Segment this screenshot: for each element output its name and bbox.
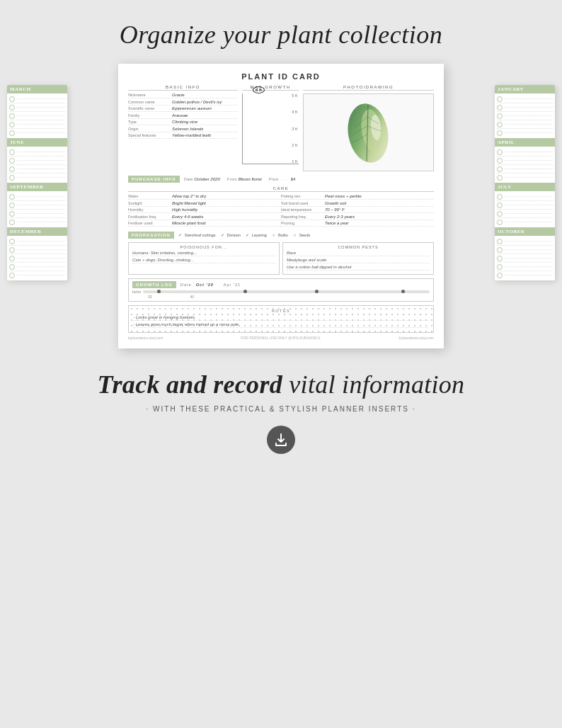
care-right-value-2: 70 – 90° F [325,207,345,212]
basic-info-label-0: Nickname [128,93,172,97]
care-right-row-0: Potting mixPeat moss + perlite [281,194,434,200]
side-row-2-2 [9,210,65,218]
care-right-value-3: Every 2-3 years [325,215,355,219]
notes-title: NOTES [133,309,429,313]
circle-icon-2-0 [497,194,503,200]
purchase-price-field: Price ..... $4 [269,177,296,181]
side-month-0: MARCH [7,85,67,93]
side-row-3-3 [9,263,65,271]
basic-info-label-3: Family [128,113,172,118]
side-row-0-4 [9,129,65,137]
prop-label-1: Division [227,233,241,237]
max-growth-section: MAX GROWTH 6 ft 5 ft 4 ft 3 ft 2 ft 1 ft [242,85,299,171]
side-rows-1 [495,147,555,183]
bottom-heading: Track and record vital information [21,370,541,399]
download-button[interactable] [267,426,295,454]
side-row-0-0 [9,95,65,103]
care-right-label-4: Pruning [281,221,325,225]
care-right-label-3: Repotting freq. [281,215,325,219]
side-month-2: SEPTEMBER [7,183,67,191]
circle-icon-3-3 [9,264,15,270]
side-row-3-1 [9,246,65,254]
circle-icon-1-1 [9,158,15,164]
basic-info-value-1: Golden pothos / Devil's ivy [172,100,222,104]
photo-label: PHOTO/DRAWING [303,85,434,91]
side-row-2-0 [497,193,553,201]
side-row-0-2 [497,112,553,120]
circle-icon-0-4 [497,130,503,136]
left-side-cards: MARCHJUNESEPTEMBERDECEMBER [7,85,67,280]
care-left-value-0: Allow top 2" to dry [172,194,206,198]
circle-icon-0-1 [497,105,503,110]
care-right-value-0: Peat moss + perlite [325,194,362,198]
purchase-date-value: October 2020 [194,177,219,181]
basic-info-value-5: Solomon Islands [172,127,203,131]
propagation-item-0: ✓Stem/leaf cuttings [178,232,216,238]
chart-label-3ft: 3 ft [292,127,297,131]
footer-center: FOR PERSONAL USE ONLY @ BYLAURAIANCU. [241,336,321,340]
basic-info-row-2: Scientific nameEpipremnum aureum [128,106,238,112]
basic-info-label-6: Special features [128,133,172,137]
prop-checkbox-3: ○ [271,232,277,238]
main-area: MARCHJUNESEPTEMBERDECEMBER PLANT ID CARD… [0,64,562,356]
prop-checkbox-4: ○ [292,232,298,238]
purchase-date-field: Date October 2020 [184,177,220,181]
basic-info-section: BASIC INFO NicknameGracieCommon nameGold… [128,85,238,171]
care-right-row-4: PruningTwice a year [281,221,434,227]
side-row-3-4 [497,271,553,279]
side-month-0: JANUARY [495,85,555,93]
leaf-illustration [342,99,395,166]
note-line-1: - Leaves grow much larger when trained u… [133,322,429,329]
download-icon-container[interactable] [21,426,541,454]
basic-info-row-6: Special featuresYellow-marbled leafs [128,133,238,139]
basic-info-label-1: Common name [128,100,172,104]
side-rows-3 [495,236,555,280]
bottom-subheading: · WITH THESE PRACTICAL & STYLISH PLANNER… [21,405,541,413]
side-row-1-1 [497,157,553,165]
side-month-2: JULY [495,183,555,191]
circle-icon-1-3 [9,175,15,181]
care-left-row-1: SunlightBright filtered light [128,201,281,207]
circle-icon-3-0 [9,239,15,244]
side-row-3-4 [9,271,65,279]
max-growth-value: 6 ft [253,86,265,93]
care-right-label-0: Potting mix [281,194,325,198]
side-rows-2 [495,191,555,227]
plant-id-card: PLANT ID CARD BASIC INFO NicknameGracieC… [118,64,444,348]
side-row-2-3 [9,218,65,226]
growth-chart: 5 ft 4 ft 3 ft 2 ft 1 ft [242,93,299,164]
side-row-3-2 [9,254,65,263]
care-left-value-2: High humidity [172,207,197,212]
basic-info-label: BASIC INFO [128,85,238,91]
growth-chart-labels: 5 ft 4 ft 3 ft 2 ft 1 ft [290,93,299,164]
circle-icon-0-3 [497,122,503,127]
basic-info-row-5: OriginSolomon Islands [128,127,238,132]
purchase-from-value: Bloom florist [239,177,262,181]
photo-section: PHOTO/DRAWING [303,85,434,171]
log-dot-2 [243,290,247,293]
care-right-label-2: Ideal temperature [281,207,325,212]
care-left-value-4: Miracle plant food [172,221,205,225]
download-arrow-icon [274,433,288,447]
poisonous-line-0: Humans: Skin irritation, vomiting... [132,251,275,257]
care-right-row-1: Soil brand usedGrowth soil [281,201,434,207]
log-value-40: 40 [190,295,195,299]
basic-info-value-3: Araceae [172,113,188,118]
propagation-item-3: ○Bulbs [271,232,288,238]
growth-log-badge: GROWTH LOG [132,281,176,288]
propagation-item-4: ○Seeds [292,232,311,238]
circle-icon-0-2 [497,113,503,119]
side-row-0-1 [9,103,65,112]
notes-lines: - Looks great in hanging baskets.- Leave… [133,315,429,329]
growth-log-title: GROWTH LOG Date Oct '20 Apr '21 [132,281,430,288]
side-rows-0 [7,93,67,138]
care-left-row-3: Fertilisation freq.Every 4-6 weeks [128,215,281,220]
circle-icon-2-0 [9,194,15,200]
care-left-label-0: Water [128,194,172,198]
side-row-1-0 [9,148,65,157]
purchase-info-section: PURCHASE INFO Date October 2020 From Blo… [128,176,434,183]
card-top-section: BASIC INFO NicknameGracieCommon nameGold… [128,85,434,171]
care-left-value-1: Bright filtered light [172,201,206,205]
side-row-1-3 [9,174,65,181]
side-month-1: JUNE [7,138,67,147]
